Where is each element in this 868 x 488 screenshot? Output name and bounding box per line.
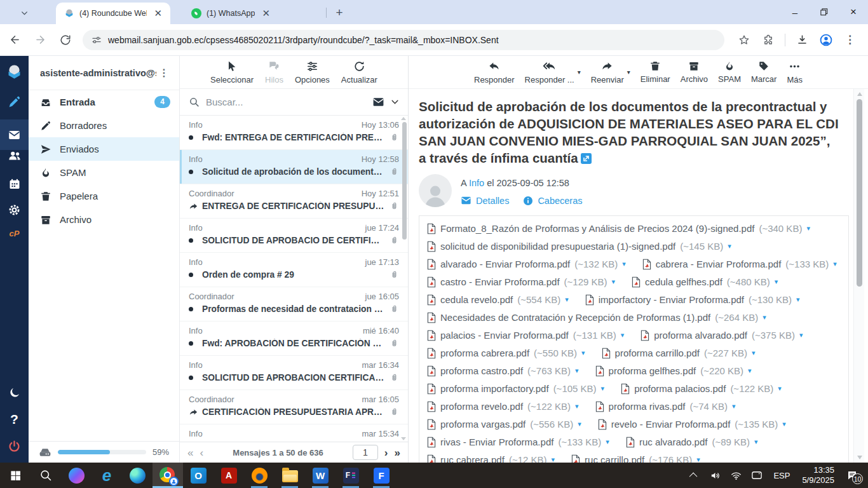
forward-button[interactable]: Reenviar ▾ — [591, 60, 630, 85]
attachment-item[interactable]: proforma alvarado.pdf (~375 KB) ▾ — [641, 329, 803, 342]
taskbar-outlook-button[interactable]: O — [183, 463, 214, 488]
attachment-menu-icon[interactable]: ▾ — [575, 367, 579, 375]
attachment-menu-icon[interactable]: ▾ — [622, 260, 626, 268]
compose-button[interactable] — [0, 95, 29, 109]
attachment-item[interactable]: proforma rivas.pdf (~74 KB) ▾ — [595, 400, 736, 413]
options-button[interactable]: Opciones — [295, 60, 330, 85]
attachment-item[interactable]: rivas - Enviar Proforma.pdf (~133 KB) ▾ — [427, 435, 609, 449]
attachment-menu-icon[interactable]: ▾ — [799, 331, 803, 339]
tab-search-button[interactable] — [17, 5, 32, 20]
attachment-item[interactable]: castro - Enviar Proforma.pdf (~129 KB) ▾ — [427, 275, 615, 288]
attachment-menu-icon[interactable]: ▾ — [806, 224, 810, 233]
attachment-item[interactable]: imporfactory - Enviar Proforma.pdf (~130… — [585, 293, 800, 306]
reply-all-caret-icon[interactable]: ▾ — [578, 69, 581, 76]
sidebar-item-entrada[interactable]: Entrada 4 — [29, 90, 179, 114]
delete-button[interactable]: Eliminar — [641, 60, 670, 84]
message-list-item[interactable]: Coordinador Hoy 12:51 ENTREGA DE CERTIFI… — [180, 184, 408, 219]
attachment-item[interactable]: ruc cabrera.pdf (~12 KB) ▾ — [427, 453, 555, 463]
taskbar-fes-app-button[interactable]: F — [336, 463, 366, 488]
select-button[interactable]: Seleccionar — [210, 60, 254, 85]
page-number-input[interactable]: 1 — [353, 445, 378, 460]
extensions-icon[interactable] — [757, 29, 779, 51]
bookmark-star-button[interactable] — [733, 29, 755, 51]
attachment-menu-icon[interactable]: ▾ — [601, 384, 605, 393]
attachment-menu-icon[interactable]: ▾ — [552, 456, 555, 463]
tray-chevron-up-icon[interactable] — [686, 463, 702, 488]
reload-button[interactable] — [55, 29, 76, 51]
address-bar[interactable]: webmail.sanjuan.gob.ec/cpsess4685020211/… — [83, 30, 724, 50]
attachment-item[interactable]: ruc alvarado.pdf (~89 KB) ▾ — [626, 435, 758, 449]
message-list-item[interactable]: Info jue 17:13 Orden de compra # 29 — [180, 253, 408, 287]
taskbar-copilot-button[interactable] — [61, 463, 92, 488]
cpanel-logo[interactable]: cP — [0, 229, 29, 238]
scroll-up-icon[interactable] — [857, 92, 862, 96]
attachment-item[interactable]: proforma palacios.pdf (~122 KB) ▾ — [621, 382, 782, 395]
taskbar-internet-explorer-button[interactable]: e — [92, 463, 122, 488]
attachment-item[interactable]: solicitud de disponibilidad presupuestar… — [427, 240, 731, 253]
back-button[interactable] — [4, 29, 25, 51]
next-page-button[interactable]: › — [384, 447, 388, 458]
attachment-menu-icon[interactable]: ▾ — [621, 331, 625, 339]
reply-button[interactable]: Responder — [474, 60, 515, 85]
attachment-menu-icon[interactable]: ▾ — [732, 402, 736, 410]
taskbar-word-button[interactable]: W — [305, 463, 336, 488]
first-page-button[interactable]: « — [187, 447, 193, 458]
attachment-item[interactable]: cedula revelo.pdf (~554 KB) ▾ — [427, 293, 569, 306]
help-button[interactable]: ? — [0, 412, 29, 427]
attachment-menu-icon[interactable]: ▾ — [754, 438, 758, 446]
tab-close-icon[interactable]: ✕ — [260, 8, 272, 19]
browser-menu-button[interactable]: ⋮ — [839, 33, 860, 46]
attachment-item[interactable]: Formato_8_Razón de Proformas y Análisis … — [427, 222, 810, 235]
start-button[interactable] — [0, 463, 31, 488]
open-in-new-window-icon[interactable] — [581, 153, 592, 164]
details-toggle[interactable]: Detalles — [461, 195, 509, 206]
calendar-nav-button[interactable] — [0, 178, 29, 191]
attachment-menu-icon[interactable]: ▾ — [575, 402, 579, 410]
attachment-item[interactable]: Necesidades de Contratación y Recepción … — [427, 311, 766, 324]
message-list-item[interactable]: Info mié 16:40 Fwd: APROBACIÓN DE CERTIF… — [180, 322, 408, 356]
minimize-button[interactable]: – — [780, 0, 810, 24]
attachment-item[interactable]: palacios - Enviar Proforma.pdf (~131 KB)… — [427, 329, 624, 342]
wifi-icon[interactable] — [728, 463, 744, 488]
attachment-item[interactable]: revelo - Enviar Proforma.pdf (~135 KB) ▾ — [598, 417, 786, 431]
reply-all-button[interactable]: Responder ... ▾ — [525, 60, 581, 85]
attachment-item[interactable]: proforma carrillo.pdf (~227 KB) ▾ — [602, 346, 756, 360]
account-header[interactable]: asistente-administrativo@sa... ⋮ — [29, 56, 179, 90]
message-list-item[interactable]: Info jue 17:24 SOLICITUD DE APROBACIO DE… — [180, 219, 408, 253]
logout-button[interactable] — [0, 440, 29, 453]
prev-page-button[interactable]: ‹ — [200, 447, 203, 458]
attachment-menu-icon[interactable]: ▾ — [782, 420, 786, 428]
recipient-link[interactable]: Info — [469, 178, 484, 188]
browser-tab-whatsapp[interactable]: (1) WhatsApp ✕ — [183, 3, 323, 24]
attachment-menu-icon[interactable]: ▾ — [752, 349, 756, 357]
touchpad-icon[interactable] — [749, 463, 765, 488]
reader-scrollbar[interactable] — [853, 89, 864, 463]
downloads-button[interactable] — [791, 29, 813, 51]
sidebar-item-enviados[interactable]: Enviados — [29, 137, 179, 161]
attachment-item[interactable]: proforma gelfhes.pdf (~220 KB) ▾ — [595, 364, 752, 377]
attachment-item[interactable]: proforma castro.pdf (~763 KB) ▾ — [427, 364, 579, 377]
spam-button[interactable]: SPAM — [718, 60, 741, 84]
attachment-item[interactable]: cedula gelfhes.pdf (~480 KB) ▾ — [632, 275, 778, 288]
taskbar-search-button[interactable] — [31, 463, 61, 488]
attachment-item[interactable]: proforma cabrera.pdf (~550 KB) ▾ — [427, 346, 585, 360]
attachment-menu-icon[interactable]: ▾ — [775, 278, 778, 286]
sidebar-item-borradores[interactable]: Borradores — [29, 114, 179, 137]
new-tab-button[interactable]: + — [331, 4, 348, 21]
browser-tab-roundcube[interactable]: (4) Roundcube Webmail :: Envia ✕ — [56, 3, 170, 24]
scroll-down-icon[interactable] — [857, 456, 862, 459]
attachment-menu-icon[interactable]: ▾ — [578, 420, 581, 428]
mail-nav-button[interactable] — [0, 119, 29, 150]
attachment-menu-icon[interactable]: ▾ — [612, 278, 616, 286]
attachment-item[interactable]: proforma vargas.pdf (~556 KB) ▾ — [427, 417, 581, 431]
forward-button[interactable] — [29, 29, 51, 51]
threads-button[interactable]: Hilos — [265, 60, 283, 85]
clock[interactable]: 13:35 5/9/2025 — [798, 465, 838, 486]
sidebar-item-spam[interactable]: SPAM — [29, 161, 179, 184]
last-page-button[interactable]: » — [395, 447, 400, 458]
taskbar-firefox-button[interactable] — [244, 463, 275, 488]
message-list-item[interactable]: Coordinador jue 16:05 Proformas de neces… — [180, 287, 408, 322]
reader-scrollbar-thumb[interactable] — [857, 99, 862, 287]
list-scroll-down-icon[interactable] — [401, 437, 406, 440]
search-scope-icon[interactable] — [372, 96, 384, 108]
